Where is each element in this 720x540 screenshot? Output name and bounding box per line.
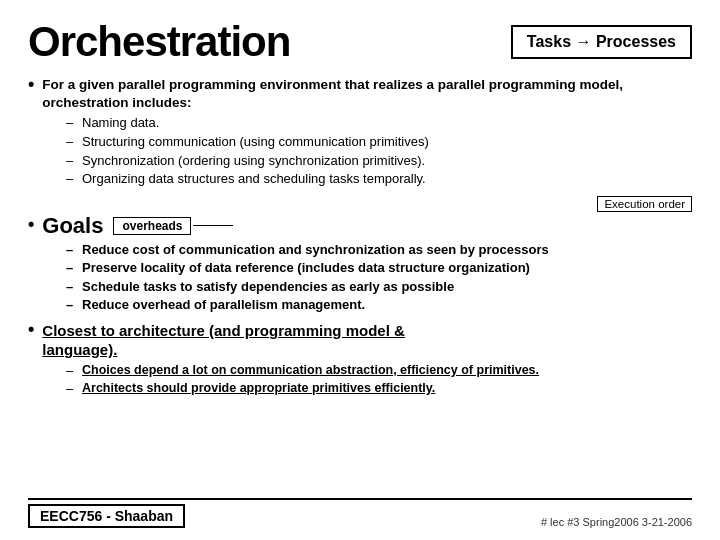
dash-icon: – <box>66 296 76 314</box>
footer-right-text: # lec #3 Spring2006 3-21-2006 <box>541 516 692 528</box>
dash-icon: – <box>66 362 76 380</box>
subitem-text: Schedule tasks to satisfy dependencies a… <box>82 278 454 296</box>
subitem-text: Preserve locality of data reference (inc… <box>82 259 530 277</box>
list-item: – Organizing data structures and schedul… <box>66 170 692 188</box>
goals-title: Goals <box>42 213 103 239</box>
list-item: – Reduce overhead of parallelism managem… <box>66 296 692 314</box>
subitem-text: Structuring communication (using communi… <box>82 133 429 151</box>
list-item: – Architects should provide appropriate … <box>66 380 692 398</box>
subitem-text: Organizing data structures and schedulin… <box>82 170 426 188</box>
subitem-text: Synchronization (ordering using synchron… <box>82 152 425 170</box>
bullet-1: • <box>28 74 34 96</box>
slide: Orchestration Tasks → Processes • For a … <box>0 0 720 540</box>
execution-order-wrapper: Execution order <box>28 196 692 212</box>
tasks-label: Tasks <box>527 33 571 50</box>
list-item: – Choices depend a lot on communication … <box>66 362 692 380</box>
header: Orchestration Tasks → Processes <box>28 18 692 66</box>
arrow-icon: → <box>575 33 591 50</box>
list-item: – Reduce cost of communication and synch… <box>66 241 692 259</box>
list-item: – Schedule tasks to satisfy dependencies… <box>66 278 692 296</box>
dash-icon: – <box>66 152 76 170</box>
dash-icon: – <box>66 259 76 277</box>
list-item: – Preserve locality of data reference (i… <box>66 259 692 277</box>
goals-header-row: • Goals overheads <box>28 213 692 239</box>
section2-sublist: – Reduce cost of communication and synch… <box>66 241 692 314</box>
section-orchestration: • For a given parallel programming envir… <box>28 76 692 189</box>
tasks-processes-box: Tasks → Processes <box>511 25 692 59</box>
section3-sublist: – Choices depend a lot on communication … <box>66 362 692 398</box>
subitem-text: Reduce overhead of parallelism managemen… <box>82 296 365 314</box>
bullet-2: • <box>28 214 34 236</box>
main-content: • For a given parallel programming envir… <box>28 76 692 492</box>
subitem-text: Choices depend a lot on communication ab… <box>82 362 539 378</box>
subitem-text: Naming data. <box>82 114 159 132</box>
section1-sublist: – Naming data. – Structuring communicati… <box>66 114 692 187</box>
overheads-box: overheads <box>113 217 191 235</box>
execution-order-box: Execution order <box>597 196 692 212</box>
section1-text: For a given parallel programming environ… <box>42 76 692 112</box>
dash-icon: – <box>66 133 76 151</box>
bullet-3: • <box>28 319 34 341</box>
subitem-text: Reduce cost of communication and synchro… <box>82 241 549 259</box>
eecc-label: EECC756 - Shaaban <box>28 504 185 528</box>
list-item: – Structuring communication (using commu… <box>66 133 692 151</box>
dash-icon: – <box>66 170 76 188</box>
section3-text: Closest to architecture (and programming… <box>42 321 405 360</box>
list-item: – Synchronization (ordering using synchr… <box>66 152 692 170</box>
processes-label: Processes <box>596 33 676 50</box>
list-item: – Naming data. <box>66 114 692 132</box>
slide-title: Orchestration <box>28 18 290 66</box>
footer: EECC756 - Shaaban # lec #3 Spring2006 3-… <box>28 498 692 528</box>
section3-main: • Closest to architecture (and programmi… <box>28 321 692 360</box>
execution-order-label: Execution order <box>604 198 685 210</box>
dash-icon: – <box>66 241 76 259</box>
dash-icon: – <box>66 114 76 132</box>
subitem-text: Architects should provide appropriate pr… <box>82 380 435 396</box>
arrow-line <box>193 225 233 227</box>
dash-icon: – <box>66 278 76 296</box>
section-goals: • Goals overheads – Reduce cost of commu… <box>28 213 692 315</box>
section-closest: • Closest to architecture (and programmi… <box>28 321 692 399</box>
section1-main: • For a given parallel programming envir… <box>28 76 692 112</box>
dash-icon: – <box>66 380 76 398</box>
